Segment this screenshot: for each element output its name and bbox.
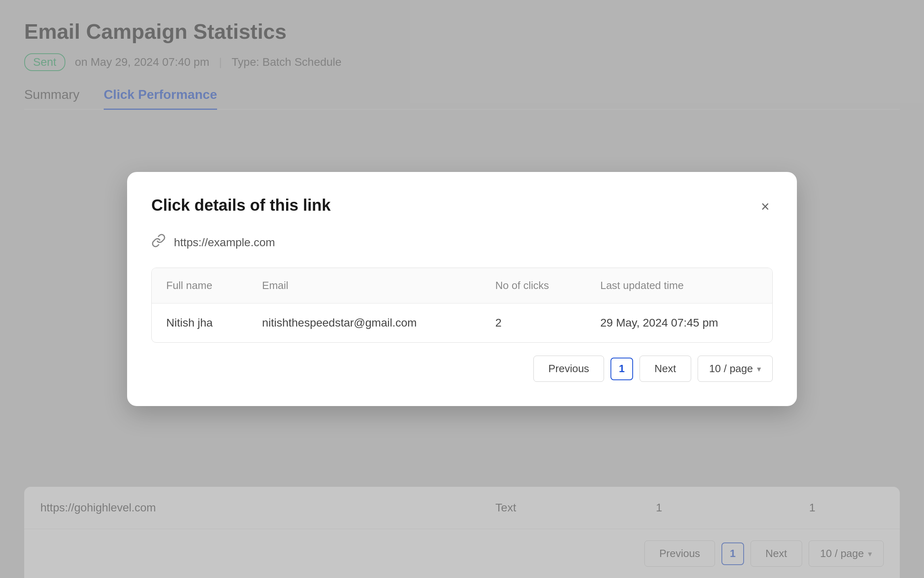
modal-title: Click details of this link — [151, 196, 331, 214]
table-header: Full name Email No of clicks Last update… — [152, 268, 772, 304]
col-no-of-clicks: No of clicks — [481, 268, 586, 304]
modal-next-button[interactable]: Next — [640, 356, 691, 382]
modal-per-page-button[interactable]: 10 / page ▾ — [698, 356, 773, 382]
modal-pagination: Previous 1 Next 10 / page ▾ — [151, 356, 773, 382]
modal: Click details of this link × https://exa… — [127, 172, 797, 406]
modal-page-number[interactable]: 1 — [610, 358, 633, 380]
cell-full-name: Nitish jha — [152, 304, 248, 343]
link-icon — [151, 233, 166, 251]
col-full-name: Full name — [152, 268, 248, 304]
link-url: https://example.com — [174, 236, 275, 249]
table-row: Nitish jha nitishthespeedstar@gmail.com … — [152, 304, 772, 343]
cell-last-updated: 29 May, 2024 07:45 pm — [586, 304, 772, 343]
click-details-table: Full name Email No of clicks Last update… — [152, 268, 772, 342]
modal-link-row: https://example.com — [151, 233, 773, 251]
inner-table-container: Full name Email No of clicks Last update… — [151, 268, 773, 343]
chevron-down-icon: ▾ — [757, 364, 761, 374]
table-body: Nitish jha nitishthespeedstar@gmail.com … — [152, 304, 772, 343]
col-email: Email — [248, 268, 481, 304]
modal-previous-button[interactable]: Previous — [533, 356, 604, 382]
cell-email: nitishthespeedstar@gmail.com — [248, 304, 481, 343]
col-last-updated: Last updated time — [586, 268, 772, 304]
modal-close-button[interactable]: × — [758, 196, 773, 217]
cell-no-of-clicks: 2 — [481, 304, 586, 343]
modal-header: Click details of this link × — [151, 196, 773, 217]
